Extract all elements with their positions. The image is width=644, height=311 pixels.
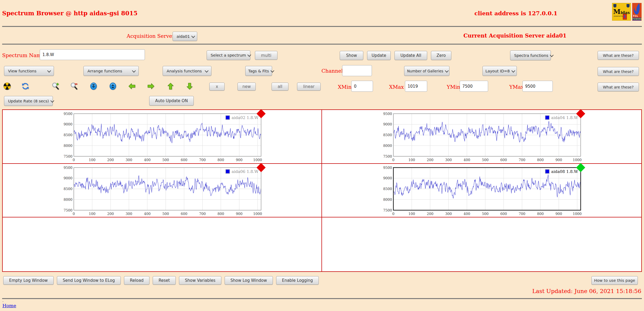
update-button[interactable]: Update (367, 51, 391, 60)
show-log-window-button[interactable]: Show Log Window (225, 276, 273, 285)
scroll-up-icon[interactable] (109, 82, 117, 90)
svg-text:800: 800 (537, 158, 544, 162)
svg-text:500: 500 (482, 158, 489, 162)
spectrum-chart-aida02[interactable]: 0100200300400500600700800900100075008000… (61, 110, 263, 163)
gallery-cell-aida08[interactable]: 0100200300400500600700800900100075008000… (322, 164, 641, 218)
spectrum-name-input[interactable] (40, 49, 145, 60)
ymin-input[interactable] (460, 81, 488, 92)
svg-text:8500: 8500 (383, 133, 392, 137)
arrow-up-icon[interactable] (167, 82, 174, 90)
svg-text:400: 400 (144, 158, 151, 162)
svg-text:800: 800 (537, 212, 544, 216)
reset-button[interactable]: Reset (153, 276, 176, 285)
arrow-down-icon[interactable] (186, 82, 193, 90)
svg-text:400: 400 (144, 212, 151, 216)
what-are-these-button-2[interactable]: What are these? (598, 67, 639, 76)
refresh-icon[interactable] (21, 82, 29, 90)
svg-text:200: 200 (107, 158, 114, 162)
reload-button[interactable]: Reload (124, 276, 149, 285)
svg-text:aida04 1.8.W: aida04 1.8.W (551, 115, 578, 120)
svg-text:7500: 7500 (383, 154, 392, 158)
svg-text:9000: 9000 (64, 123, 72, 127)
svg-text:100: 100 (408, 212, 415, 216)
tcl-powered-text: POWERED (632, 18, 641, 20)
spectrum-browser-page: Spectrum Browser @ http aidas-gsi 8015 c… (0, 0, 644, 311)
svg-text:1000: 1000 (573, 212, 581, 216)
svg-text:700: 700 (519, 158, 525, 162)
arrange-functions-select[interactable]: Arrange functions (83, 66, 139, 76)
svg-text:8000: 8000 (64, 198, 72, 202)
xmax-input[interactable] (405, 81, 427, 92)
auto-update-button[interactable]: Auto Update ON (149, 96, 194, 106)
svg-text:7500: 7500 (383, 208, 392, 212)
home-link[interactable]: Home (2, 303, 16, 308)
svg-text:aida08 1.8.W: aida08 1.8.W (551, 169, 578, 174)
svg-text:8000: 8000 (383, 198, 392, 202)
divider (2, 26, 642, 27)
midas-powered-by-text: powered by (614, 15, 623, 17)
stray-dot-text: . (2, 299, 3, 303)
layout-id-select[interactable]: Layout ID=8 (482, 66, 517, 76)
spectrum-chart-aida08[interactable]: 0100200300400500600700800900100075008000… (381, 164, 582, 217)
svg-text:9000: 9000 (383, 123, 392, 127)
number-of-galleries-select[interactable]: Number of Galleries (404, 66, 449, 76)
send-log-to-elog-button[interactable]: Send Log Window to ELog (57, 276, 121, 285)
ymax-input[interactable] (522, 81, 553, 92)
svg-text:1000: 1000 (573, 158, 581, 162)
linear-button[interactable]: linear (297, 83, 321, 91)
multi-button[interactable]: multi (255, 51, 277, 60)
svg-text:600: 600 (500, 158, 507, 162)
svg-text:9000: 9000 (64, 176, 72, 180)
svg-text:8500: 8500 (383, 187, 392, 191)
gallery-cell-aida02[interactable]: 0100200300400500600700800900100075008000… (3, 110, 322, 164)
empty-log-window-button[interactable]: Empty Log Window (3, 276, 54, 285)
all-button[interactable]: all (272, 83, 288, 91)
chevron-down-icon (191, 34, 195, 38)
update-all-button[interactable]: Update All (394, 51, 427, 60)
view-functions-select[interactable]: View functions (4, 66, 54, 76)
what-are-these-button-3[interactable]: What are these? (598, 83, 639, 91)
svg-text:700: 700 (519, 212, 525, 216)
spectra-functions-select[interactable]: Spectra functions (510, 50, 551, 60)
svg-text:0: 0 (73, 212, 75, 216)
page-title: Spectrum Browser @ http aidas-gsi 8015 (2, 10, 138, 17)
tags-fits-select[interactable]: Tags & Fits (245, 66, 272, 76)
zoom-out-icon[interactable] (70, 82, 78, 90)
scroll-down-icon[interactable] (90, 82, 97, 90)
arrow-right-icon[interactable] (147, 82, 155, 90)
channel-input[interactable] (342, 65, 372, 76)
select-a-spectrum-value: Select a spectrum (211, 53, 246, 57)
select-a-spectrum-select[interactable]: Select a spectrum (207, 50, 250, 60)
svg-text:8500: 8500 (64, 187, 72, 191)
new-button[interactable]: new (237, 83, 256, 91)
radiation-icon[interactable] (3, 82, 11, 90)
spectrum-chart-aida06[interactable]: 0100200300400500600700800900100075008000… (61, 164, 263, 217)
spectrum-chart-aida04[interactable]: 0100200300400500600700800900100075008000… (381, 110, 582, 163)
analysis-functions-select[interactable]: Analysis functions (163, 66, 211, 76)
current-server-text: Current Acquisition Server aida01 (463, 32, 566, 39)
divider (2, 44, 642, 45)
x-button[interactable]: x (209, 83, 225, 91)
shield-icon (627, 4, 630, 8)
zero-button[interactable]: Zero (431, 51, 451, 60)
show-button[interactable]: Show (340, 51, 363, 60)
gallery-cell-empty-2[interactable] (322, 217, 641, 271)
show-variables-button[interactable]: Show Variables (179, 276, 221, 285)
gallery-cell-empty-1[interactable] (3, 217, 322, 271)
gallery-cell-aida06[interactable]: 0100200300400500600700800900100075008000… (3, 164, 322, 218)
xmin-input[interactable] (351, 81, 373, 92)
svg-text:400: 400 (464, 158, 470, 162)
svg-text:300: 300 (126, 158, 132, 162)
svg-text:9500: 9500 (383, 112, 392, 116)
svg-text:8000: 8000 (383, 144, 392, 148)
svg-text:200: 200 (427, 158, 434, 162)
acquisition-server-value: aida01 (177, 34, 190, 39)
arrow-left-icon[interactable] (128, 82, 136, 90)
zoom-in-icon[interactable] (52, 82, 60, 90)
gallery-cell-aida04[interactable]: 0100200300400500600700800900100075008000… (322, 110, 641, 164)
acquisition-server-select[interactable]: aida01 (173, 32, 197, 41)
update-rate-select[interactable]: Update Rate (8 secs) (4, 96, 53, 106)
how-to-use-button[interactable]: How to use this page (591, 276, 638, 285)
enable-logging-button[interactable]: Enable Logging (276, 276, 319, 285)
what-are-these-button-1[interactable]: What are these? (598, 51, 639, 60)
